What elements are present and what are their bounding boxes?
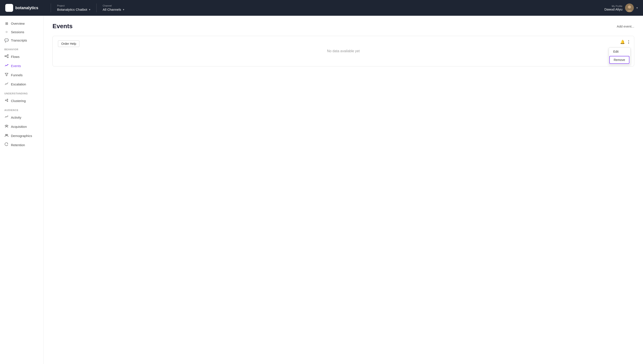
retention-icon xyxy=(4,142,9,147)
svg-point-6 xyxy=(5,100,6,101)
sidebar-label-demographics: Demographics xyxy=(11,134,32,138)
sidebar-item-acquisition[interactable]: Acquisition xyxy=(0,122,44,131)
acquisition-icon xyxy=(4,124,9,129)
add-event-button[interactable]: Add event... xyxy=(617,24,634,28)
demographics-icon xyxy=(4,133,9,138)
profile-label: My Profile xyxy=(604,5,622,8)
sidebar-item-activity[interactable]: Activity xyxy=(0,113,44,122)
sidebar-item-sessions[interactable]: ○ Sessions xyxy=(0,28,44,36)
page-title: Events xyxy=(53,23,73,30)
no-data-text: No data available yet xyxy=(327,49,360,53)
bell-icon[interactable]: 🔔 xyxy=(620,40,625,44)
svg-point-2 xyxy=(628,6,631,8)
channel-dropdown[interactable]: Channel All Channels ▾ xyxy=(98,4,129,11)
channel-label: Channel xyxy=(103,4,124,7)
logo-area: botanalytics xyxy=(5,4,49,12)
sidebar-label-events: Events xyxy=(11,64,21,68)
svg-point-5 xyxy=(8,57,9,58)
sidebar-item-funnels[interactable]: Funnels xyxy=(0,70,44,80)
sidebar-item-clustering[interactable]: Clustering xyxy=(0,96,44,105)
behavior-section-label: BEHAVIOR xyxy=(0,44,44,52)
sidebar-item-events[interactable]: Events xyxy=(0,61,44,70)
profile-area[interactable]: My Profile Dawud Aliyu ▾ xyxy=(604,4,638,12)
understanding-section-label: UNDERSTANDING xyxy=(0,89,44,96)
remove-menu-item[interactable]: Remove xyxy=(609,56,629,64)
sidebar-item-demographics[interactable]: Demographics xyxy=(0,131,44,140)
project-value: Botanalytics Chatbot ▾ xyxy=(57,8,90,11)
events-icon xyxy=(4,63,9,68)
sidebar-label-overview: Overview xyxy=(11,22,25,25)
edit-menu-item[interactable]: Edit xyxy=(609,48,630,56)
event-tag[interactable]: Order Help xyxy=(58,40,79,47)
sidebar-label-retention: Retention xyxy=(11,143,25,147)
avatar xyxy=(625,4,634,12)
sidebar-label-transcripts: Transcripts xyxy=(11,38,27,42)
sidebar-item-transcripts[interactable]: 💬 Transcripts xyxy=(0,36,44,44)
profile-name: Dawud Aliyu xyxy=(604,8,622,11)
main-content: Events Add event... Order Help No data a… xyxy=(44,16,643,364)
escalation-icon xyxy=(4,82,9,86)
svg-point-12 xyxy=(6,134,7,136)
sidebar-item-flows[interactable]: Flows xyxy=(0,52,44,61)
sidebar-label-flows: Flows xyxy=(11,55,20,58)
sidebar-item-retention[interactable]: Retention xyxy=(0,140,44,150)
project-dropdown[interactable]: Project Botanalytics Chatbot ▾ xyxy=(53,4,95,11)
sidebar-label-clustering: Clustering xyxy=(11,99,26,103)
svg-point-13 xyxy=(7,134,8,136)
event-card: Order Help No data available yet 🔔 ⋮ Edi… xyxy=(53,36,634,66)
activity-icon xyxy=(4,115,9,120)
page-header: Events Add event... xyxy=(53,23,634,30)
more-options-icon[interactable]: ⋮ xyxy=(626,40,630,44)
event-actions: 🔔 ⋮ xyxy=(620,40,630,44)
project-label: Project xyxy=(57,4,90,7)
transcripts-icon: 💬 xyxy=(4,38,9,42)
flows-icon xyxy=(4,54,9,59)
sidebar-item-overview[interactable]: ⊞ Overview xyxy=(0,19,44,28)
channel-value: All Channels ▾ xyxy=(103,8,124,11)
logo-text: botanalytics xyxy=(15,6,38,10)
svg-point-8 xyxy=(7,101,8,102)
channel-arrow-icon: ▾ xyxy=(123,8,124,11)
sidebar-item-escalation[interactable]: Escalation xyxy=(0,80,44,89)
main-layout: ⊞ Overview ○ Sessions 💬 Transcripts BEHA… xyxy=(0,16,643,364)
sidebar-label-escalation: Escalation xyxy=(11,82,26,86)
svg-point-3 xyxy=(5,56,6,57)
funnels-icon xyxy=(4,72,9,77)
top-navigation: botanalytics Project Botanalytics Chatbo… xyxy=(0,0,643,16)
clustering-icon xyxy=(4,98,9,103)
svg-point-4 xyxy=(8,54,9,56)
profile-arrow-icon: ▾ xyxy=(636,6,638,10)
sidebar: ⊞ Overview ○ Sessions 💬 Transcripts BEHA… xyxy=(0,16,44,364)
logo-icon xyxy=(5,4,13,12)
sessions-icon: ○ xyxy=(4,30,9,34)
dropdown-menu: Edit Remove ◀ xyxy=(609,48,630,64)
sidebar-label-activity: Activity xyxy=(11,116,22,119)
svg-point-0 xyxy=(9,8,10,10)
overview-icon: ⊞ xyxy=(4,22,9,26)
sidebar-label-funnels: Funnels xyxy=(11,73,23,77)
nav-right: My Profile Dawud Aliyu ▾ xyxy=(604,4,638,12)
sidebar-label-sessions: Sessions xyxy=(11,30,24,34)
audience-section-label: AUDIENCE xyxy=(0,105,44,113)
sidebar-label-acquisition: Acquisition xyxy=(11,125,27,128)
project-arrow-icon: ▾ xyxy=(89,8,90,11)
svg-point-7 xyxy=(7,99,8,100)
nav-divider-1 xyxy=(51,4,51,12)
